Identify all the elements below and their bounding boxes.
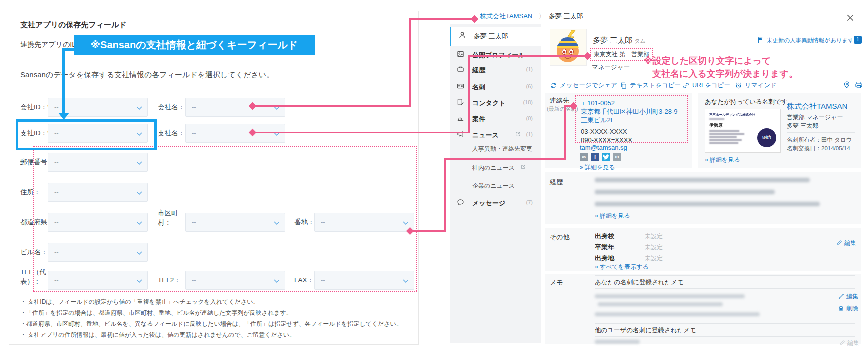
profile-name: 多夢 三太郎 タム <box>593 36 646 46</box>
divider <box>595 288 855 289</box>
contact-postal[interactable]: 〒101-0052 <box>581 99 687 108</box>
trash-icon <box>838 306 844 312</box>
flag-icon <box>757 36 764 44</box>
business-card-thumbnail[interactable]: 三三ホールディングス株式会社 伊勢原 with <box>705 109 781 153</box>
profile-title: マネージャー <box>592 64 630 72</box>
note-line: ・都道府県、市区町村、番地、ビル名を、異なるフィールドに反映したい場合は、「住所… <box>20 318 402 330</box>
note-line: ・ 支社IDは、フィールドの設定から値の「重複を禁止」へチェックを入れてください… <box>20 296 259 308</box>
twitter-icon[interactable] <box>602 153 610 162</box>
other-row-value: 未設定 <box>645 254 663 263</box>
annotation-line1: ※設定した区切り文字によって <box>644 55 771 67</box>
copy-text-button[interactable]: テキストをコピー <box>620 82 681 90</box>
other-row-key: 出身地 <box>595 254 614 263</box>
contact-mobile: 090-XXXX=XXXX <box>581 136 687 144</box>
memo-edit-disabled-button: 編集 <box>839 339 859 348</box>
contact-label: 連絡先 <box>550 96 569 106</box>
contact-email-link[interactable]: tam@tamsan.sg <box>580 144 627 152</box>
branch-name-select[interactable]: -- <box>185 124 285 143</box>
connector-line <box>564 106 566 160</box>
company-name-select[interactable]: -- <box>185 98 285 117</box>
career-detail-link[interactable]: » 詳細を見る <box>595 212 630 220</box>
hr-alert-badge: 1 <box>854 36 862 44</box>
sidebar-item-count: (6) <box>526 84 533 90</box>
sidebar-item-company-news[interactable]: 企業のニュース <box>450 181 541 192</box>
connector-line <box>444 159 446 232</box>
pencil-icon <box>838 294 844 300</box>
name-card-icon <box>457 82 464 90</box>
sidebar-item-label: 多夢 三太郎 <box>474 32 508 41</box>
memo-delete-button[interactable]: 削除 <box>838 304 858 313</box>
contact-address2[interactable]: 三東ビル2F <box>581 116 687 124</box>
sidebar-item-label: 案件 <box>472 115 485 124</box>
remind-button[interactable]: リマインド <box>735 82 777 90</box>
form-description: Sansanのデータを保存する支社情報の各フィールドを選択してください。 <box>20 70 274 80</box>
other-row-key: 卒業年 <box>595 243 614 252</box>
sidebar-item-deals[interactable]: 案件 (0) <box>450 114 541 125</box>
map-pin-icon[interactable] <box>843 81 851 89</box>
other-label: その他 <box>550 233 570 242</box>
hr-alert-link[interactable]: 未更新の人事異動情報があります <box>767 37 854 44</box>
sidebar-item-hr-changes[interactable]: 人事異動・連絡先変更 <box>450 144 541 155</box>
blurred-career-line <box>595 190 775 194</box>
eight-icon[interactable]: ∞ <box>580 153 588 162</box>
facebook-icon[interactable]: f <box>591 153 599 162</box>
sidebar-subitem-label: 人事異動・連絡先変更 <box>472 145 532 154</box>
card-person: 多夢 三太郎 <box>787 122 818 130</box>
divider <box>787 132 855 133</box>
note-line: ・「住所」を指定の場合は、都道府県、市区町村、番地、ビル名が連結した文字列が反映… <box>20 308 292 318</box>
contact-doc-icon <box>457 98 464 106</box>
card-owner: 名刺所有者：田中 タロウ <box>787 136 852 144</box>
person-icon <box>458 32 466 40</box>
card-exchanged-date: 名刺交換日：2014/05/14 <box>787 145 850 152</box>
memo-others-header: 他のユーザの名刺に登録されたメモ <box>595 326 696 335</box>
callout-arrow-line <box>62 48 65 113</box>
breadcrumb-bar: 株式会社TAMSAN 〉 多夢 三太郎 <box>450 8 868 24</box>
contact-sidebar: 多夢 三太郎 公開プロフィール 経歴 (1) 名刺 (6) コンタクト (18)… <box>450 24 541 343</box>
memo-mine-header: あなたの名刺に登録されたメモ <box>595 278 684 287</box>
chevron-down-icon <box>136 106 142 110</box>
divider <box>595 324 855 324</box>
copy-url-button[interactable]: URLをコピー <box>682 82 730 90</box>
social-icons-row: ∞ f in <box>580 153 621 162</box>
card-owner-note: あなたが持っている名刺です。 <box>705 98 794 106</box>
speech-bubble-icon <box>457 198 464 206</box>
printer-icon[interactable] <box>855 81 863 89</box>
connector-line <box>409 19 411 107</box>
close-icon[interactable] <box>846 14 855 22</box>
sidebar-item-contacts[interactable]: コンタクト (18) <box>450 98 541 109</box>
card-thumb-company: 三三ホールディングス株式会社 <box>709 113 755 118</box>
card-thumb-name: 伊勢原 <box>709 122 723 129</box>
linkedin-icon[interactable]: in <box>613 153 621 162</box>
sidebar-item-person[interactable]: 多夢 三太郎 <box>450 27 541 46</box>
contact-detail-link[interactable]: » 詳細を見る <box>580 164 615 172</box>
card-company-link[interactable]: 株式会社TAMSAN <box>787 102 847 112</box>
form-title: 支社アプリの保存先フィールド <box>20 20 127 30</box>
sidebar-item-messages[interactable]: メッセージ (7) <box>450 198 541 209</box>
mascot-avatar-graphic <box>550 30 585 64</box>
blurred-memo-line <box>595 312 760 316</box>
other-edit-button[interactable]: 編集 <box>836 239 856 248</box>
company-name-label: 会社名： <box>158 98 185 117</box>
connector-line <box>252 132 470 134</box>
contact-address1[interactable]: 東京都千代田区神田小川町3-28-9 <box>581 108 687 116</box>
card-detail-link[interactable]: » 詳細を見る <box>705 156 740 164</box>
career-label: 経歴 <box>550 178 563 187</box>
sidebar-item-business-cards[interactable]: 名刺 (6) <box>450 82 541 93</box>
sidebar-item-label: 名刺 <box>472 83 485 92</box>
contact-dotted-box: 〒101-0052 東京都千代田区神田小川町3-28-9 三東ビル2F 03-X… <box>575 95 688 143</box>
sidebar-item-career[interactable]: 経歴 (1) <box>450 65 541 76</box>
contact-tel: 03-XXXX-XXXX <box>581 128 687 136</box>
alarm-icon <box>735 82 742 90</box>
memo-edit-button[interactable]: 編集 <box>838 292 858 301</box>
chevron-down-icon <box>274 106 280 110</box>
copy-icon <box>620 82 627 90</box>
sidebar-item-count: (1) <box>526 132 533 138</box>
sidebar-item-count: (18) <box>523 100 533 106</box>
share-message-button[interactable]: メッセージでシェア <box>550 82 617 90</box>
blurred-memo-line <box>598 302 723 306</box>
breadcrumb-company-link[interactable]: 株式会社TAMSAN <box>480 12 532 21</box>
other-show-all-link[interactable]: » すべてを表示する <box>595 263 649 272</box>
sidebar-item-internal-news[interactable]: 社内のニュース <box>450 163 541 174</box>
with-logo: with <box>757 128 776 148</box>
pencil-icon <box>836 240 842 246</box>
